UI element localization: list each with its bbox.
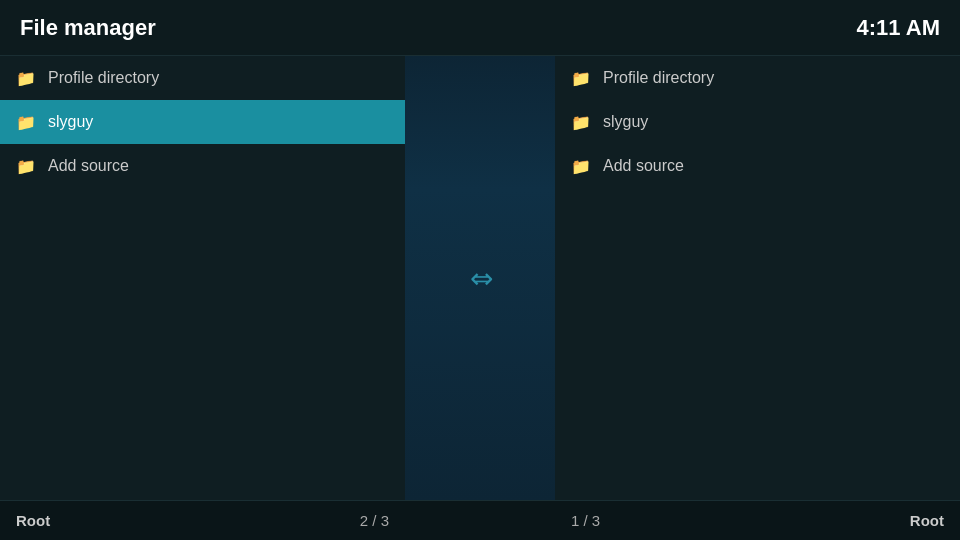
folder-icon: 📁 [16, 69, 36, 88]
right-root-label: Root [910, 512, 944, 529]
left-root-label: Root [16, 512, 50, 529]
left-panel: 📁 Profile directory 📁 slyguy 📁 Add sourc… [0, 56, 405, 500]
clock: 4:11 AM [856, 15, 940, 41]
folder-icon-right-profile: 📁 [571, 69, 591, 88]
center-divider: ⇔ [405, 56, 555, 500]
right-profile-directory-label: Profile directory [603, 69, 714, 87]
bottom-left: Root 2 / 3 [0, 501, 405, 540]
bottom-center [405, 501, 555, 540]
folder-icon-right-add: 📁 [571, 157, 591, 176]
right-add-source[interactable]: 📁 Add source [555, 144, 960, 188]
bottom-bar: Root 2 / 3 1 / 3 Root [0, 500, 960, 540]
left-count: 2 / 3 [360, 512, 389, 529]
folder-icon-selected: 📁 [16, 113, 36, 132]
left-slyguy-label: slyguy [48, 113, 93, 131]
folder-icon-right-slyguy: 📁 [571, 113, 591, 132]
left-profile-directory[interactable]: 📁 Profile directory [0, 56, 405, 100]
main-content: 📁 Profile directory 📁 slyguy 📁 Add sourc… [0, 56, 960, 500]
right-count: 1 / 3 [571, 512, 600, 529]
app-title: File manager [20, 15, 156, 41]
left-add-source[interactable]: 📁 Add source [0, 144, 405, 188]
left-add-source-label: Add source [48, 157, 129, 175]
right-profile-directory[interactable]: 📁 Profile directory [555, 56, 960, 100]
right-add-source-label: Add source [603, 157, 684, 175]
left-profile-directory-label: Profile directory [48, 69, 159, 87]
transfer-icon: ⇔ [470, 262, 491, 295]
folder-icon-add: 📁 [16, 157, 36, 176]
bottom-right: 1 / 3 Root [555, 501, 960, 540]
left-slyguy[interactable]: 📁 slyguy [0, 100, 405, 144]
top-bar: File manager 4:11 AM [0, 0, 960, 56]
right-slyguy[interactable]: 📁 slyguy [555, 100, 960, 144]
right-panel: 📁 Profile directory 📁 slyguy 📁 Add sourc… [555, 56, 960, 500]
right-slyguy-label: slyguy [603, 113, 648, 131]
